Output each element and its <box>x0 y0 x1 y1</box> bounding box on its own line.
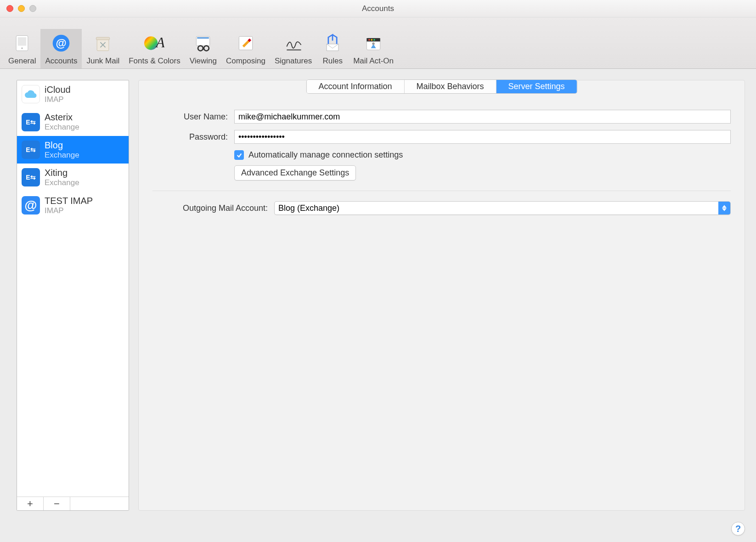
toolbar-label: Fonts & Colors <box>129 56 180 66</box>
auto-manage-row[interactable]: Automatically manage connection settings <box>234 150 731 160</box>
toolbar-label: Junk Mail <box>86 56 119 66</box>
remove-account-button[interactable]: − <box>44 497 70 510</box>
cloud-icon <box>22 85 40 103</box>
content-panel: Account Information Mailbox Behaviors Se… <box>138 80 745 511</box>
accounts-panel: iCloud IMAP E⇆ Asterix Exchange E⇆ Blog … <box>17 80 129 511</box>
toolbar-junk-mail[interactable]: Junk Mail <box>82 29 124 68</box>
account-name: iCloud <box>45 84 71 95</box>
svg-text:@: @ <box>56 37 67 49</box>
fonts-colors-icon: A <box>143 32 166 55</box>
account-tabs: Account Information Mailbox Behaviors Se… <box>306 79 577 94</box>
at-icon: @ <box>22 196 40 215</box>
tab-server-settings[interactable]: Server Settings <box>496 80 577 93</box>
outgoing-account-row: Outgoing Mail Account: Blog (Exchange) <box>152 201 731 215</box>
account-name: Xiting <box>45 167 79 178</box>
close-window-button[interactable] <box>6 5 13 12</box>
svg-rect-1 <box>18 37 26 45</box>
accounts-icon: @ <box>50 32 73 55</box>
svg-point-2 <box>21 47 23 49</box>
toolbar-signatures[interactable]: Signatures <box>270 29 316 68</box>
minimize-window-button[interactable] <box>18 5 25 12</box>
viewing-icon <box>192 32 214 55</box>
svg-marker-30 <box>722 209 727 211</box>
toolbar-composing[interactable]: Composing <box>221 29 270 68</box>
tab-mailbox-behaviors[interactable]: Mailbox Behaviors <box>404 80 496 93</box>
toolbar-label: Accounts <box>45 56 77 66</box>
preferences-toolbar: General @ Accounts Junk Mail A Fonts & C… <box>0 17 756 69</box>
username-row: User Name: <box>152 110 731 124</box>
account-name: TEST IMAP <box>45 195 93 206</box>
svg-point-28 <box>372 42 375 45</box>
svg-point-27 <box>373 39 375 41</box>
account-type: IMAP <box>45 95 71 104</box>
advanced-exchange-settings-button[interactable]: Advanced Exchange Settings <box>234 165 356 181</box>
main-area: iCloud IMAP E⇆ Asterix Exchange E⇆ Blog … <box>0 69 756 514</box>
divider <box>152 191 731 191</box>
svg-point-13 <box>198 46 203 51</box>
svg-rect-6 <box>96 37 110 40</box>
window-title: Accounts <box>0 4 756 13</box>
outgoing-account-select[interactable]: Blog (Exchange) <box>274 201 731 215</box>
toolbar-label: Composing <box>226 56 265 66</box>
svg-point-25 <box>368 39 370 41</box>
svg-point-14 <box>204 46 209 51</box>
outgoing-account-value: Blog (Exchange) <box>278 203 339 213</box>
toolbar-label: Signatures <box>275 56 312 66</box>
toolbar-label: Rules <box>322 56 342 66</box>
toolbar-label: General <box>8 56 36 66</box>
svg-marker-29 <box>722 205 727 208</box>
username-label: User Name: <box>152 112 234 122</box>
toolbar-accounts[interactable]: @ Accounts <box>40 29 82 68</box>
password-label: Password: <box>152 132 234 142</box>
zoom-window-button[interactable] <box>29 5 36 12</box>
toolbar-label: Viewing <box>190 56 217 66</box>
svg-text:A: A <box>155 34 164 51</box>
rules-icon <box>321 32 344 55</box>
server-settings-form: User Name: Password: Automatically manag… <box>139 80 745 224</box>
mail-act-on-icon <box>362 32 385 55</box>
accounts-footer: + − <box>17 497 129 510</box>
footer-filler <box>70 497 129 510</box>
accounts-list[interactable]: iCloud IMAP E⇆ Asterix Exchange E⇆ Blog … <box>17 80 129 497</box>
account-type: Exchange <box>45 151 79 160</box>
chevron-up-down-icon <box>718 202 730 215</box>
auto-manage-checkbox[interactable] <box>234 150 244 160</box>
outgoing-account-label: Outgoing Mail Account: <box>152 203 274 213</box>
add-account-button[interactable]: + <box>17 497 44 510</box>
account-type: Exchange <box>45 123 79 132</box>
auto-manage-label: Automatically manage connection settings <box>248 150 403 160</box>
password-input[interactable] <box>234 130 731 144</box>
signatures-icon <box>282 32 305 55</box>
exchange-icon: E⇆ <box>22 113 40 131</box>
toolbar-rules[interactable]: Rules <box>316 29 349 68</box>
account-type: Exchange <box>45 178 79 187</box>
account-row-test-imap[interactable]: @ TEST IMAP IMAP <box>17 192 129 219</box>
svg-rect-12 <box>197 37 209 39</box>
tab-account-information[interactable]: Account Information <box>306 80 404 93</box>
toolbar-viewing[interactable]: Viewing <box>185 29 221 68</box>
composing-icon <box>234 32 257 55</box>
toolbar-general[interactable]: General <box>4 29 40 68</box>
junk-mail-icon <box>91 32 114 55</box>
account-name: Asterix <box>45 112 79 123</box>
toolbar-label: Mail Act-On <box>353 56 394 66</box>
toolbar-mail-act-on[interactable]: Mail Act-On <box>349 29 398 68</box>
password-row: Password: <box>152 130 731 144</box>
general-icon <box>11 32 34 55</box>
exchange-icon: E⇆ <box>22 141 40 159</box>
username-input[interactable] <box>234 110 731 124</box>
help-button[interactable]: ? <box>731 522 745 536</box>
account-type: IMAP <box>45 206 93 215</box>
svg-point-26 <box>371 39 373 41</box>
account-row-icloud[interactable]: iCloud IMAP <box>17 80 129 108</box>
account-row-xiting[interactable]: E⇆ Xiting Exchange <box>17 164 129 191</box>
account-row-blog[interactable]: E⇆ Blog Exchange <box>17 136 129 164</box>
toolbar-fonts-colors[interactable]: A Fonts & Colors <box>124 29 185 68</box>
account-row-asterix[interactable]: E⇆ Asterix Exchange <box>17 108 129 136</box>
exchange-icon: E⇆ <box>22 168 40 186</box>
account-name: Blog <box>45 140 79 151</box>
window-controls <box>0 5 36 12</box>
titlebar: Accounts <box>0 0 756 17</box>
